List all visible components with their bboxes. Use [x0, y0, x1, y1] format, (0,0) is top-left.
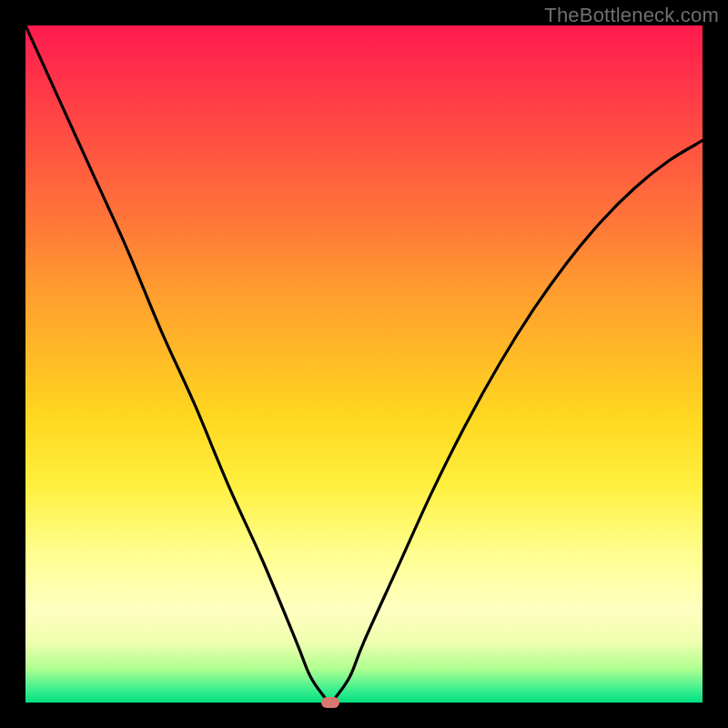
plot-area	[25, 25, 703, 703]
chart-frame: TheBottleneck.com	[0, 0, 728, 728]
minimum-marker	[321, 697, 339, 708]
curve-svg	[25, 25, 703, 703]
watermark-text: TheBottleneck.com	[544, 4, 719, 27]
bottleneck-curve	[25, 25, 703, 703]
